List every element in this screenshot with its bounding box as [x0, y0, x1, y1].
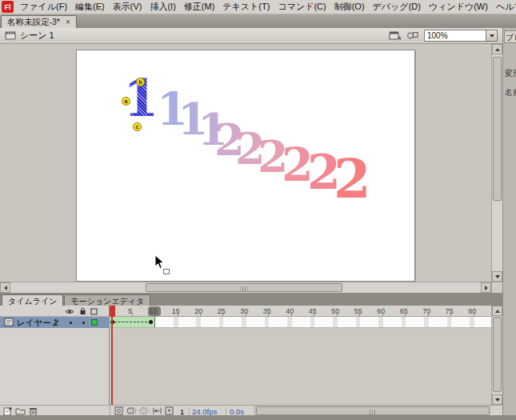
window-bottom-edge: [0, 415, 516, 420]
lock-icon[interactable]: [79, 307, 86, 317]
ruler-frame-number: 45: [309, 307, 317, 315]
ruler-frame-number: 50: [331, 307, 339, 315]
timeline-horizontal-scroll-thumb[interactable]: [256, 406, 490, 415]
status-divider: [189, 407, 190, 415]
layer-frames-row[interactable]: [110, 317, 491, 328]
ruler-frame-number: 55: [354, 307, 362, 315]
menu-item[interactable]: ウィンドウ(W): [425, 1, 492, 13]
chevron-down-icon: [490, 34, 494, 38]
menu-item[interactable]: デバッグ(D): [369, 1, 425, 13]
tab-motion-editor[interactable]: モーションエディタ: [64, 294, 150, 306]
edit-scene-icon[interactable]: [389, 30, 401, 42]
shape-hint-b[interactable]: b: [136, 78, 145, 86]
menu-item[interactable]: 表示(V): [109, 1, 146, 13]
arrow-down-icon: [495, 398, 500, 402]
stage[interactable]: 1111222222bac: [76, 50, 415, 282]
edit-bar-right: 100%: [389, 30, 498, 42]
zoom-value[interactable]: 100%: [425, 30, 486, 41]
document-title: 名称未設定-3*: [7, 17, 60, 28]
outline-square-icon[interactable]: [90, 307, 98, 317]
shape-tween-span[interactable]: [110, 317, 155, 327]
ruler-frame-number: 70: [422, 307, 430, 315]
dock-label-transform: 変形: [505, 68, 516, 79]
ruler-frame-number: 30: [240, 307, 248, 315]
shape-hint-a[interactable]: a: [122, 97, 130, 106]
canvas-area: 1111222222bac: [0, 44, 502, 293]
scroll-grip: [241, 286, 248, 292]
tab-timeline[interactable]: タイムライン: [2, 294, 63, 306]
scroll-up-button[interactable]: [492, 44, 502, 54]
ruler-frame-number: 60: [377, 307, 385, 315]
visibility-eye-icon[interactable]: [65, 307, 74, 317]
timeline-tab-bar: タイムライン モーションエディタ: [0, 294, 502, 306]
onion-skin-ghost-glyph: 2: [334, 152, 371, 206]
menu-item[interactable]: 修正(M): [180, 1, 219, 13]
ruler-frame-number: 10: [149, 307, 157, 315]
tween-line: [114, 322, 147, 322]
layer-lock-dot[interactable]: [82, 322, 85, 324]
dock-label-name: 名前: [505, 87, 516, 98]
layer-visible-dot[interactable]: [70, 322, 72, 324]
arrow-left-icon: [4, 286, 7, 290]
timeline-panel: タイムライン モーションエディタ: [0, 293, 502, 415]
menu-item[interactable]: ヘルプ(H): [492, 1, 516, 13]
ruler-frame-number: 80: [468, 307, 476, 315]
timeline-body: レイヤー 1 5101520253035404550556065707580: [0, 306, 502, 405]
ruler-frame-number: 65: [400, 307, 408, 315]
timeline-status-bar: 1 24.0fps 0.0s: [0, 405, 502, 416]
ruler-frame-number: 5: [128, 307, 132, 315]
scroll-down-button[interactable]: [492, 271, 502, 282]
arrow-up-icon: [495, 310, 500, 313]
scroll-right-button[interactable]: [481, 282, 491, 293]
timeline-scroll-up-button[interactable]: [492, 306, 502, 316]
scrollbar-corner: [491, 282, 502, 293]
scene-icon: [5, 30, 16, 42]
timeline-vertical-scrollbar[interactable]: [491, 306, 502, 405]
menu-bar: Fl ファイル(F)編集(E)表示(V)挿入(I)修正(M)テキスト(T)コマン…: [0, 0, 516, 14]
timeline-vertical-scroll-thumb[interactable]: [493, 317, 502, 392]
menu-item[interactable]: テキスト(T): [218, 1, 274, 13]
canvas-vertical-scrollbar[interactable]: [491, 44, 502, 282]
arrow-down-icon: [495, 275, 500, 278]
arrow-right-icon: [485, 286, 488, 290]
timeline-scroll-down-button[interactable]: [492, 394, 502, 405]
menu-item[interactable]: 挿入(I): [146, 1, 179, 13]
ruler-frame-number: 15: [172, 307, 180, 315]
edit-symbol-icon[interactable]: [406, 30, 418, 42]
playhead-handle[interactable]: [110, 306, 115, 317]
scroll-left-button[interactable]: [0, 282, 10, 293]
menu-item[interactable]: コマンド(C): [274, 1, 330, 13]
keyframe-dot-end[interactable]: [149, 320, 153, 324]
horizontal-scroll-thumb[interactable]: [146, 283, 342, 292]
layer-row[interactable]: レイヤー 1: [0, 317, 110, 328]
scroll-grip: [370, 410, 377, 415]
close-icon[interactable]: ×: [66, 18, 70, 26]
document-tab[interactable]: 名称未設定-3* ×: [1, 15, 77, 28]
document-tab-bar: 名称未設定-3* ×: [0, 14, 516, 28]
layer-page-icon: [4, 318, 14, 328]
flash-application-window: Fl ファイル(F)編集(E)表示(V)挿入(I)修正(M)テキスト(T)コマン…: [0, 0, 516, 420]
scene-breadcrumb: シーン 1: [20, 30, 54, 42]
status-divider: [226, 407, 226, 415]
menu-items: ファイル(F)編集(E)表示(V)挿入(I)修正(M)テキスト(T)コマンド(C…: [16, 0, 516, 14]
ruler-frame-number: 40: [286, 307, 294, 315]
ruler-frame-number: 35: [263, 307, 271, 315]
properties-panel-tab[interactable]: プロ: [504, 30, 516, 43]
layer-outline-color-swatch[interactable]: [91, 319, 98, 326]
ruler-frame-number: 75: [446, 307, 454, 315]
frames-area: 5101520253035404550556065707580: [110, 306, 491, 405]
menu-item[interactable]: 制御(O): [330, 1, 369, 13]
mouse-cursor: [154, 254, 165, 271]
canvas-horizontal-scrollbar[interactable]: [0, 282, 491, 293]
zoom-combo[interactable]: 100%: [424, 30, 498, 42]
timeline-ruler[interactable]: 5101520253035404550556065707580: [110, 306, 491, 317]
shape-hint-c[interactable]: c: [133, 122, 142, 131]
vertical-scroll-thumb[interactable]: [493, 57, 502, 201]
pencil-edit-icon: [51, 318, 60, 328]
edit-bar: シーン 1 100%: [0, 28, 502, 44]
menu-item[interactable]: 編集(E): [71, 1, 109, 13]
ruler-frame-number: 25: [218, 307, 226, 315]
playhead-line[interactable]: [111, 316, 113, 405]
menu-item[interactable]: ファイル(F): [16, 1, 71, 13]
zoom-dropdown-button[interactable]: [486, 30, 497, 41]
